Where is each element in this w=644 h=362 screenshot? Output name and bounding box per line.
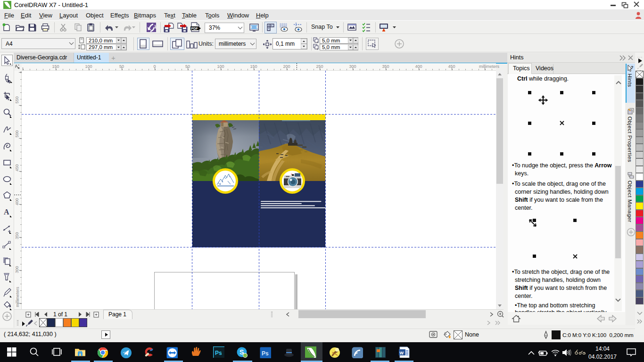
svg-text:Ps: Ps [215, 350, 222, 356]
svg-text:y: y [317, 47, 318, 50]
svg-text:?: ? [631, 65, 634, 70]
svg-text:x: x [317, 41, 318, 43]
svg-text:W: W [400, 351, 404, 355]
svg-text:A: A [4, 208, 9, 216]
svg-text:Ps: Ps [262, 350, 269, 357]
svg-text:PDF: PDF [191, 27, 198, 30]
